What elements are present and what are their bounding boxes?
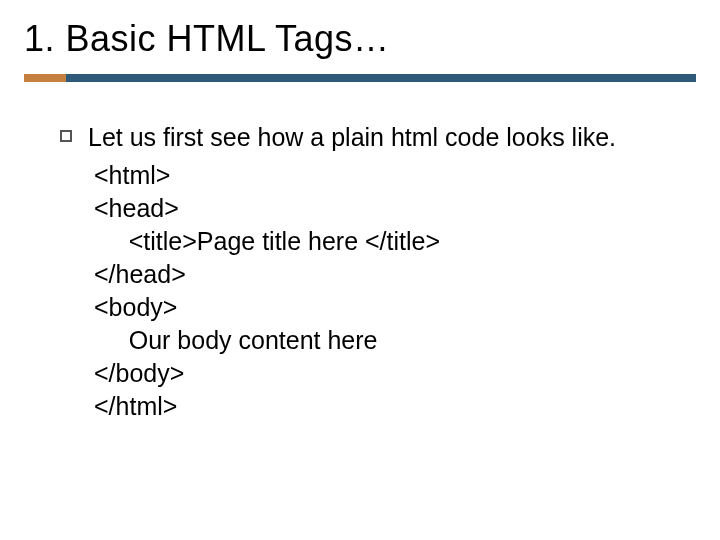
bullet-item: Let us first see how a plain html code l… bbox=[60, 122, 696, 153]
code-line: <head> bbox=[94, 194, 179, 222]
code-line: </body> bbox=[94, 359, 184, 387]
code-line: </head> bbox=[94, 260, 186, 288]
code-line: Our body content here bbox=[94, 326, 378, 354]
code-block: <html> <head> <title>Page title here </t… bbox=[94, 159, 696, 423]
slide-title: 1. Basic HTML Tags… bbox=[24, 18, 696, 60]
slide-content: Let us first see how a plain html code l… bbox=[24, 122, 696, 423]
code-line: <html> bbox=[94, 161, 170, 189]
code-line: <body> bbox=[94, 293, 177, 321]
code-line: <title>Page title here </title> bbox=[94, 227, 440, 255]
code-line: </html> bbox=[94, 392, 177, 420]
slide: 1. Basic HTML Tags… Let us first see how… bbox=[0, 0, 720, 540]
lead-text: Let us first see how a plain html code l… bbox=[88, 122, 616, 153]
square-bullet-icon bbox=[60, 130, 72, 142]
title-divider bbox=[24, 74, 696, 82]
